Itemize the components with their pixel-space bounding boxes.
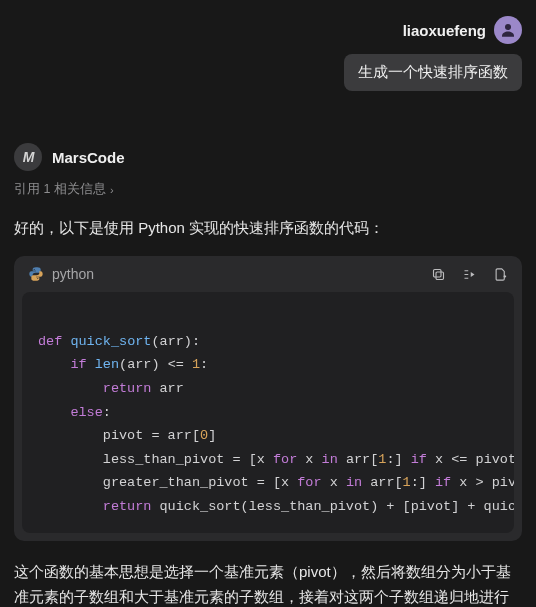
svg-point-0 bbox=[505, 24, 511, 30]
python-icon bbox=[28, 266, 44, 282]
new-file-button[interactable] bbox=[493, 267, 508, 282]
reference-toggle[interactable]: 引用 1 相关信息 › bbox=[14, 181, 522, 198]
svg-rect-1 bbox=[436, 272, 444, 280]
bot-outro: 这个函数的基本思想是选择一个基准元素（pivot），然后将数组分为小于基准元素的… bbox=[14, 559, 522, 607]
reference-label: 引用 1 相关信息 bbox=[14, 181, 106, 198]
bot-avatar: M bbox=[14, 143, 42, 171]
user-prompt-bubble: 生成一个快速排序函数 bbox=[344, 54, 522, 91]
user-name: liaoxuefeng bbox=[403, 22, 486, 39]
person-icon bbox=[499, 21, 517, 39]
bot-intro: 好的，以下是使用 Python 实现的快速排序函数的代码： bbox=[14, 216, 522, 240]
chevron-right-icon: › bbox=[110, 184, 114, 196]
insert-icon bbox=[462, 267, 477, 282]
code-block: python def quick_sort(arr): if len(arr) … bbox=[14, 256, 522, 541]
svg-rect-2 bbox=[434, 269, 442, 277]
copy-icon bbox=[431, 267, 446, 282]
code-language-label: python bbox=[52, 266, 94, 282]
insert-button[interactable] bbox=[462, 267, 477, 282]
file-plus-icon bbox=[493, 267, 508, 282]
user-avatar[interactable] bbox=[494, 16, 522, 44]
code-body[interactable]: def quick_sort(arr): if len(arr) <= 1: r… bbox=[22, 292, 514, 533]
copy-button[interactable] bbox=[431, 267, 446, 282]
bot-name: MarsCode bbox=[52, 149, 125, 166]
